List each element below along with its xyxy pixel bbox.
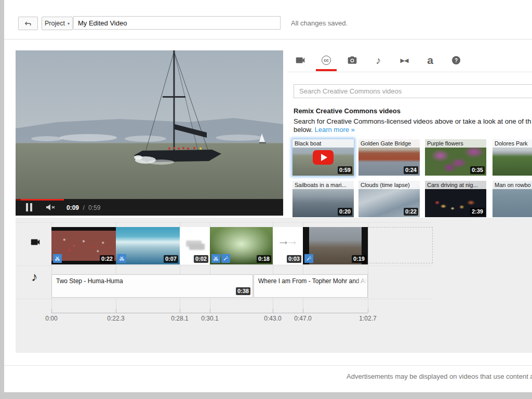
grid-line bbox=[16, 265, 433, 266]
search-input[interactable] bbox=[294, 84, 532, 98]
pause-button[interactable] bbox=[26, 203, 33, 211]
ruler-label: 1:02.7 bbox=[359, 315, 376, 322]
effects-wand-icon bbox=[221, 254, 230, 263]
active-tab-underline bbox=[316, 69, 337, 71]
cc-video-clouds-time-lapse[interactable]: Clouds (time lapse) 0:22 bbox=[358, 181, 420, 217]
video-player[interactable]: 0:09 / 0:59 bbox=[16, 50, 283, 216]
trim-scissors-icon bbox=[117, 254, 126, 263]
remix-body-line2-text: below. bbox=[294, 126, 313, 134]
cc-video-title: Cars driving at nig... bbox=[425, 181, 486, 189]
cc-video-duration: 2:39 bbox=[470, 208, 485, 216]
help-icon: ? bbox=[452, 56, 460, 64]
media-tabs: cc ♪ ▶◀ a ? bbox=[287, 54, 469, 67]
cc-video-title: Purple flowers bbox=[425, 139, 486, 148]
clip-duration: 0:22 bbox=[100, 255, 114, 263]
audio-clip-title: Where I am From - Topher Mohr and Alex E… bbox=[254, 275, 367, 287]
chevron-down-icon: ▾ bbox=[68, 21, 70, 26]
tabs-divider bbox=[287, 72, 532, 72]
tab-photo-camera[interactable] bbox=[339, 54, 365, 67]
current-time: 0:09 bbox=[66, 204, 79, 211]
volume-muted-button[interactable] bbox=[46, 204, 56, 213]
remix-body-line1: Search for Creative Commons-licensed vid… bbox=[294, 117, 531, 125]
time-ruler bbox=[51, 313, 368, 313]
tab-transitions[interactable]: ▶◀ bbox=[391, 54, 417, 67]
cc-video-sailboats-marina[interactable]: Sailboats in a mari... 0:20 bbox=[292, 181, 354, 217]
ruler-label: 0:43.0 bbox=[264, 315, 281, 322]
grid-line bbox=[16, 222, 433, 223]
ruler-tick bbox=[273, 309, 273, 313]
cc-video-cars-at-night[interactable]: Cars driving at nig... 2:39 bbox=[425, 181, 486, 217]
ruler-tick bbox=[303, 309, 303, 313]
creative-commons-icon: cc bbox=[322, 56, 331, 65]
timeline-clip-crowd[interactable]: 0:22 bbox=[51, 227, 116, 264]
timeline-clip-hikers[interactable]: 0:19 bbox=[303, 227, 368, 264]
music-note-icon: ♪ bbox=[376, 55, 381, 66]
cc-video-golden-gate-bridge[interactable]: Golden Gate Bridge 0:24 bbox=[358, 139, 420, 176]
back-button[interactable]: ↩ bbox=[18, 17, 38, 30]
audio-clip-title: Two Step - Huma-Huma bbox=[52, 275, 252, 287]
project-menu-button[interactable]: Project ▾ bbox=[42, 17, 73, 30]
cc-video-man-on-rowboat[interactable]: Man on rowbo bbox=[493, 181, 532, 217]
ruler-label: 0:22.3 bbox=[107, 315, 124, 322]
audio-clip-duration: 0:38 bbox=[236, 287, 250, 295]
ruler-tick bbox=[51, 309, 52, 313]
video-frame-sailboat bbox=[16, 50, 283, 199]
editor-page: ↩ Project ▾ All changes saved. bbox=[4, 0, 532, 392]
timeline-clip-mountains[interactable]: 0:07 bbox=[116, 227, 180, 264]
cc-video-duration: 0:59 bbox=[338, 166, 352, 174]
back-arrow-icon: ↩ bbox=[24, 19, 31, 28]
tab-creative-commons[interactable]: cc bbox=[313, 54, 339, 67]
cc-video-title: Black boat bbox=[292, 139, 354, 148]
save-status-text: All changes saved. bbox=[291, 19, 348, 27]
cc-video-duration: 0:35 bbox=[470, 166, 485, 174]
audio-clip-where-i-am-from[interactable]: Where I am From - Topher Mohr and Alex E… bbox=[254, 274, 368, 298]
play-button-overlay[interactable] bbox=[313, 150, 334, 165]
trim-scissors-icon bbox=[53, 254, 62, 263]
cc-video-title: Golden Gate Bridge bbox=[358, 139, 420, 148]
cc-video-duration: 0:22 bbox=[404, 208, 418, 216]
time-display: 0:09 / 0:59 bbox=[66, 204, 100, 211]
tab-video-camera[interactable] bbox=[287, 54, 313, 67]
project-menu-label: Project bbox=[45, 20, 65, 27]
timeline-clip-forest[interactable]: 0:18 bbox=[210, 227, 273, 264]
audio-clip-two-step[interactable]: Two Step - Huma-Huma 0:38 bbox=[51, 274, 253, 298]
grid-line bbox=[16, 299, 433, 299]
cc-video-black-boat[interactable]: Black boat 0:59 bbox=[292, 139, 354, 176]
clip-duration: 0:19 bbox=[352, 255, 366, 263]
timeline-clip-title-card[interactable]: 0:02 bbox=[180, 227, 210, 264]
tab-text[interactable]: a bbox=[417, 54, 443, 67]
player-controls: 0:09 / 0:59 bbox=[16, 199, 283, 216]
transition-arrows-icon: →→ bbox=[273, 234, 303, 247]
text-icon: a bbox=[427, 54, 433, 66]
clip-duration: 0:02 bbox=[194, 255, 208, 263]
cc-video-purple-flowers[interactable]: Purple flowers 0:35 bbox=[425, 139, 486, 176]
progress-bar[interactable] bbox=[16, 199, 64, 201]
total-time: 0:59 bbox=[88, 204, 100, 211]
top-bar: ↩ Project ▾ All changes saved. bbox=[4, 0, 532, 39]
timeline-clip-transition[interactable]: →→ 0:03 bbox=[273, 227, 303, 264]
cc-video-title: Man on rowbo bbox=[493, 181, 532, 189]
cc-video-dolores-park[interactable]: Dolores Park bbox=[493, 139, 532, 176]
learn-more-link[interactable]: Learn more » bbox=[315, 126, 355, 134]
tab-help[interactable]: ? bbox=[443, 54, 469, 67]
clip-drop-zone[interactable] bbox=[368, 227, 433, 263]
cc-video-title: Sailboats in a mari... bbox=[292, 181, 354, 189]
clip-duration: 0:18 bbox=[257, 255, 271, 263]
clip-duration: 0:03 bbox=[287, 255, 301, 263]
footer-advertisement-note: Advertisements may be displayed on video… bbox=[347, 373, 532, 380]
volume-muted-icon bbox=[46, 204, 56, 211]
transitions-icon: ▶◀ bbox=[401, 57, 408, 64]
photo-camera-icon bbox=[347, 55, 357, 65]
tab-audio[interactable]: ♪ bbox=[365, 54, 391, 67]
remix-heading: Remix Creative Commons videos bbox=[294, 107, 401, 115]
audio-track-icon: ♪ bbox=[31, 270, 37, 284]
trim-scissors-icon bbox=[211, 254, 220, 263]
play-icon bbox=[321, 154, 327, 161]
ruler-tick bbox=[180, 309, 180, 313]
effects-wand-icon bbox=[304, 254, 313, 263]
cc-video-title: Dolores Park bbox=[493, 139, 532, 148]
project-title-input[interactable] bbox=[73, 16, 281, 30]
ruler-label: 0:28.1 bbox=[171, 315, 188, 322]
cc-video-duration: 0:20 bbox=[338, 208, 352, 216]
footer-divider bbox=[4, 365, 532, 366]
